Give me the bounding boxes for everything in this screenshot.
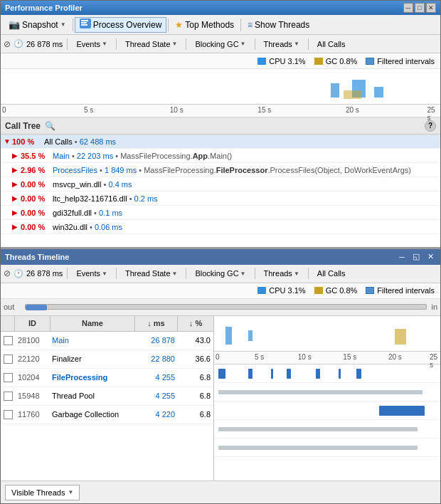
filtered-legend: Filtered intervals	[366, 57, 435, 65]
threads-time-ms: 26 878 ms	[26, 269, 63, 278]
row4-label: ltc_help32-116716.dll • 0.2 ms	[53, 194, 437, 203]
calltree-header-row[interactable]: ▼ 100 % All Calls • 62 488 ms	[1, 135, 440, 149]
visible-threads-button[interactable]: Visible Threads ▼	[5, 485, 80, 500]
panel-close-icon[interactable]: ✕	[425, 251, 436, 263]
thread-list-left: ID Name ↓ ms ↓ % 28100 Main 26 87	[1, 316, 214, 481]
sub-sep-4	[255, 38, 255, 50]
threads-sub-toolbar: ⊘ 🕐 26 878 ms Events ▼ Thread State ▼ Bl…	[1, 265, 440, 283]
zoom-out-label: out	[4, 303, 21, 311]
thread-checkbox-5[interactable]	[1, 410, 15, 419]
minimize-button[interactable]: ─	[403, 3, 413, 13]
list-item[interactable]: 28100 Main 26 878 43.0	[1, 332, 213, 350]
list-item[interactable]: 22120 Finalizer 22 880 36.6	[1, 350, 213, 369]
threads-filtered-legend: Filtered intervals	[366, 286, 435, 295]
process-overview-icon	[80, 19, 91, 31]
tick-10: 10 s	[170, 106, 184, 114]
tick-20: 20 s	[346, 106, 359, 114]
list-item[interactable]: 11760 Garbage Collection 4 220 6.8	[1, 406, 213, 424]
blocking-gc-button[interactable]: Blocking GC ▼	[191, 37, 250, 51]
table-row[interactable]: ▶ 0.00 % win32u.dll • 0.06 ms	[1, 220, 440, 234]
row2-label: ProcessFiles • 1 849 ms • MassFileProces…	[53, 166, 437, 174]
bottom-bar: Visible Threads ▼	[1, 481, 440, 503]
thread-id-2: 22120	[15, 355, 51, 363]
main-window: Performance Profiler ─ □ ✕ 📷 Snapshot ▼ …	[0, 0, 441, 504]
threads-events-button[interactable]: Events ▼	[72, 266, 112, 280]
search-icon[interactable]: 🔍	[45, 121, 55, 131]
threads-sub-sep-3	[186, 268, 186, 279]
top-timeline-chart[interactable]	[1, 69, 440, 105]
threads-blocking-gc-button[interactable]: Blocking GC ▼	[191, 266, 250, 280]
list-item[interactable]: 10204 FileProcessing 4 255 6.8	[1, 369, 213, 387]
row6-pct: 0.00 %	[21, 223, 53, 231]
threads-blocking-gc-label: Blocking GC	[195, 269, 238, 278]
table-row[interactable]: ▶ 0.00 % ltc_help32-116716.dll • 0.2 ms	[1, 191, 440, 206]
thread-pct-2: 36.6	[178, 355, 213, 363]
thread-name-5: Garbage Collection	[51, 410, 135, 419]
cpu-legend-label: CPU 3.1%	[269, 57, 305, 65]
all-calls-button-top[interactable]: All Calls	[313, 37, 350, 51]
panel-float-icon[interactable]: ◱	[410, 251, 422, 263]
expand-icon-3: ▶	[12, 180, 21, 188]
thread-tick-0: 0	[216, 353, 220, 361]
thread-checkbox-4[interactable]	[1, 392, 15, 401]
threads-thread-state-button[interactable]: Thread State ▼	[121, 266, 182, 280]
table-row[interactable]: ▶ 0.00 % msvcp_win.dll • 0.4 ms	[1, 177, 440, 191]
sub-sep-1	[67, 38, 68, 50]
close-button[interactable]: ✕	[426, 3, 436, 13]
threads-filtered-legend-color	[366, 287, 374, 294]
threads-threads-button[interactable]: Threads ▼	[260, 266, 304, 280]
thread-ms-4: 4 255	[135, 392, 178, 400]
row1-pct: 35.5 %	[21, 152, 53, 160]
thread-state-button[interactable]: Thread State ▼	[121, 37, 182, 51]
window-title: Performance Profiler	[5, 4, 83, 12]
zoom-in-label: in	[431, 303, 437, 311]
calltree-content[interactable]: ▼ 100 % All Calls • 62 488 ms ▶ 35.5 % M…	[1, 135, 440, 247]
header-expand-icon: ▼	[4, 137, 12, 145]
thread-ms-1: 26 878	[135, 336, 178, 345]
bar-main-6	[339, 369, 341, 379]
show-threads-button[interactable]: ≡ Show Threads	[243, 17, 314, 33]
zoom-slider[interactable]	[25, 304, 427, 310]
list-item[interactable]: 15948 Thread Pool 4 255 6.8	[1, 387, 213, 406]
thread-pct-1: 43.0	[178, 336, 213, 345]
show-threads-icon: ≡	[248, 20, 253, 30]
events-dropdown-icon: ▼	[102, 41, 107, 47]
threads-sub-sep-1	[67, 268, 68, 279]
table-row[interactable]: ▶ 0.00 % gdi32full.dll • 0.1 ms	[1, 206, 440, 220]
svg-rect-3	[81, 24, 87, 26]
thread-pct-3: 6.8	[178, 373, 213, 382]
cpu-legend-color	[257, 58, 266, 65]
expand-icon-2: ▶	[12, 166, 21, 174]
top-methods-button[interactable]: ★ Top Methods	[170, 17, 239, 33]
timeline-row-4	[214, 420, 440, 439]
maximize-button[interactable]: □	[415, 3, 425, 13]
thread-timeline-mini-chart	[214, 316, 440, 352]
thread-id-1: 28100	[15, 336, 51, 345]
threads-button-top[interactable]: Threads ▼	[260, 37, 304, 51]
snapshot-button[interactable]: 📷 Snapshot ▼	[4, 17, 71, 33]
thread-timeline-rows	[214, 364, 440, 481]
bar-threadpool	[218, 427, 418, 431]
thread-name-2: Finalizer	[51, 355, 135, 363]
clock-icon-2: 🕐	[14, 269, 23, 278]
table-row[interactable]: ▶ 2.96 % ProcessFiles • 1 849 ms • MassF…	[1, 163, 440, 177]
thread-id-4: 15948	[15, 392, 51, 400]
thread-rows: 28100 Main 26 878 43.0 22120 Finalizer 2…	[1, 332, 213, 481]
thread-list-area: ID Name ↓ ms ↓ % 28100 Main 26 87	[1, 316, 440, 481]
thread-checkbox-1[interactable]	[1, 336, 15, 345]
events-button[interactable]: Events ▼	[72, 37, 112, 51]
table-row[interactable]: ▶ 35.5 % Main • 22 203 ms • MassFileProc…	[1, 149, 440, 163]
thread-checkbox-2[interactable]	[1, 355, 15, 364]
panel-minimize-icon[interactable]: ─	[396, 251, 408, 263]
threads-all-calls-button[interactable]: All Calls	[313, 266, 350, 280]
thread-checkbox-3[interactable]	[1, 373, 15, 382]
expand-icon-6: ▶	[12, 223, 21, 231]
top-methods-icon: ★	[175, 20, 183, 30]
sub-sep-3	[186, 38, 186, 50]
threads-gc-legend-label: GC 0.8%	[326, 286, 358, 295]
tick-0: 0	[2, 106, 6, 114]
top-methods-label: Top Methods	[185, 20, 234, 30]
main-toolbar: 📷 Snapshot ▼ Process Overview ★ Top Meth…	[1, 15, 440, 35]
sub-sep-2	[116, 38, 117, 50]
process-overview-button[interactable]: Process Overview	[75, 17, 167, 33]
